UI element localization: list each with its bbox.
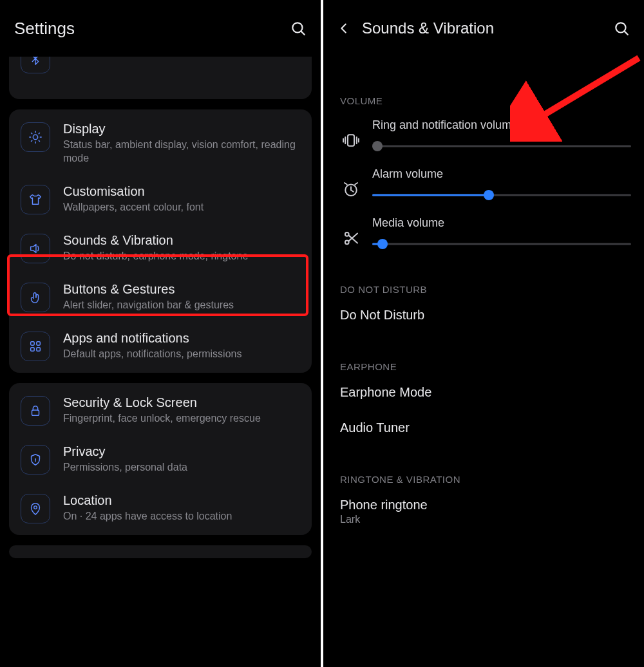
row-subtitle: On · 24 apps have access to location [63,510,300,523]
item-title: Phone ringtone [340,498,644,512]
svg-point-18 [34,505,37,509]
settings-row-sounds[interactable]: Sounds & VibrationDo not disturb, earpho… [9,223,312,272]
item-title: Do Not Disturb [340,308,644,323]
list-item[interactable]: Audio Tuner [323,410,644,446]
row-subtitle: Alert slider, navigation bar & gestures [63,299,300,312]
section-label-volume: VOLUME [323,95,644,106]
svg-rect-15 [32,410,39,415]
settings-row-location[interactable]: LocationOn · 24 apps have access to loca… [9,484,312,532]
row-title: Display [63,121,300,137]
slider-label: Ring and notification volume [372,118,631,132]
settings-card [9,545,312,558]
tshirt-icon [21,185,50,214]
settings-row-privacy[interactable]: PrivacyPermissions, personal data [9,435,312,484]
pin-icon [21,494,50,523]
svg-line-10 [39,133,39,133]
slider-thumb[interactable] [372,141,383,151]
sounds-header: Sounds & Vibration [323,0,644,57]
svg-line-29 [345,183,347,185]
row-title: Security & Lock Screen [63,395,300,411]
scissors-icon [340,227,362,249]
slider-thumb[interactable] [377,239,388,249]
page-title: Settings [14,19,75,39]
svg-line-8 [39,140,39,141]
svg-line-9 [31,140,32,141]
row-title: Buttons & Gestures [63,281,300,297]
volume-slider-alarm[interactable] [372,190,631,200]
shield-icon [21,445,50,474]
svg-line-34 [348,234,357,241]
volume-row-media: Media volume [323,207,644,256]
row-subtitle: Do not disturb, earphone mode, ringtone [63,250,300,263]
svg-rect-11 [31,341,35,345]
row-subtitle: Fingerprint, face unlock, emergency resc… [63,412,300,426]
svg-rect-14 [37,347,41,351]
svg-rect-13 [31,347,35,351]
svg-line-1 [301,32,305,35]
item-title: Audio Tuner [340,420,644,435]
settings-row-display[interactable]: DisplayStatus bar, ambient display, visi… [9,112,312,174]
svg-rect-21 [348,135,354,146]
volume-row-ring: Ring and notification volume [323,109,644,158]
speaker-icon [21,234,50,263]
section-label: EARPHONE [323,361,644,372]
settings-card: NFC, Android Auto, contactless payments,… [9,57,312,99]
alarm-icon [340,178,362,200]
settings-row-apps[interactable]: Apps and notificationsDefault apps, noti… [9,321,312,370]
bluetooth-icon [21,57,50,73]
page-title: Sounds & Vibration [362,19,613,37]
settings-row-customisation[interactable]: CustomisationWallpapers, accent colour, … [9,174,312,223]
list-item[interactable]: Do Not Disturb [323,297,644,333]
settings-row-bluetooth[interactable]: NFC, Android Auto, contactless payments,… [9,57,312,82]
row-subtitle: Permissions, personal data [63,461,300,474]
search-icon[interactable] [613,20,630,37]
row-title: Privacy [63,444,300,460]
item-subtitle: Lark [340,514,644,525]
svg-rect-12 [37,341,41,345]
svg-line-7 [31,133,32,133]
back-button[interactable] [335,19,353,37]
row-subtitle: Status bar, ambient display, vision comf… [63,138,300,165]
settings-row-security[interactable]: Security & Lock ScreenFingerprint, face … [9,386,312,435]
row-title: Apps and notifications [63,330,300,346]
list-item[interactable]: Phone ringtoneLark [323,487,644,536]
sounds-vibration-screen: Sounds & Vibration VOLUMERing and notifi… [323,0,644,667]
settings-header: Settings [0,0,321,57]
item-title: Earphone Mode [340,385,644,400]
slider-thumb[interactable] [484,190,494,200]
list-item[interactable]: Earphone Mode [323,375,644,410]
svg-point-2 [33,135,37,139]
volume-row-alarm: Alarm volume [323,158,644,207]
settings-card: Security & Lock ScreenFingerprint, face … [9,383,312,535]
section-label: DO NOT DISTURB [323,284,644,295]
search-icon[interactable] [290,20,307,37]
svg-line-20 [625,32,628,35]
volume-slider-media[interactable] [372,239,631,249]
svg-line-33 [348,235,357,243]
sun-icon [21,122,50,152]
lock-icon [21,396,50,426]
row-title: Customisation [63,183,300,200]
row-subtitle: NFC, Android Auto, contactless payments,… [63,57,300,57]
settings-row-buttons[interactable]: Buttons & GesturesAlert slider, navigati… [9,272,312,321]
slider-label: Media volume [372,216,631,230]
section-label: RINGTONE & VIBRATION [323,474,644,485]
row-title: Sounds & Vibration [63,232,300,249]
vibrate-icon [340,129,362,151]
grid-icon [21,332,50,361]
volume-slider-ring[interactable] [372,141,631,151]
svg-line-30 [355,183,357,185]
svg-line-28 [351,190,354,192]
settings-card: DisplayStatus bar, ambient display, visi… [9,109,312,373]
row-subtitle: Default apps, notifications, permissions [63,348,300,361]
row-subtitle: Wallpapers, accent colour, font [63,201,300,214]
gesture-icon [21,283,50,312]
slider-label: Alarm volume [372,167,631,181]
settings-screen: Settings NFC, Android Auto, contactless … [0,0,321,667]
row-title: Location [63,493,300,509]
